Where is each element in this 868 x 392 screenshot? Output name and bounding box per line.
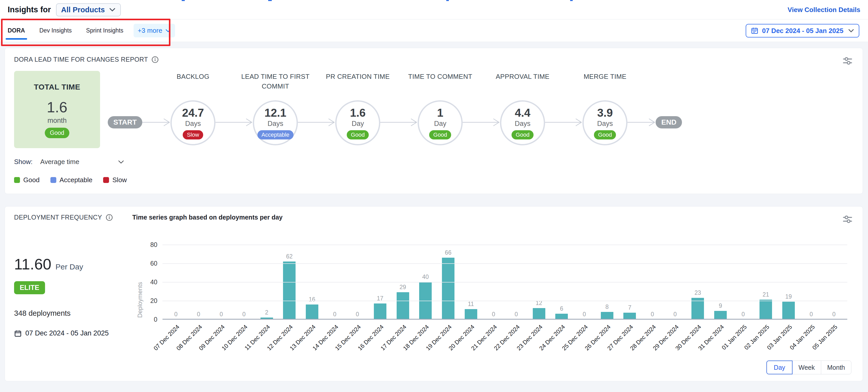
deployment-stats: 11.60 Per Day ELITE 348 deployments 07 D… <box>14 222 132 357</box>
flow-track: STARTBACKLOG24.7DaysSlowLEAD TIME TO FIR… <box>108 71 682 145</box>
tab-bar: DORADev InsightsSprint Insights +3 more … <box>0 19 868 42</box>
granularity-day-button[interactable]: Day <box>767 361 793 374</box>
chart-title: Time series graph based on deployments p… <box>132 214 282 221</box>
stage-merge-time: MERGE TIME3.9DaysGood <box>582 71 627 145</box>
stats-date-range: 07 Dec 2024 - 05 Jan 2025 <box>25 329 109 337</box>
info-icon[interactable] <box>152 56 159 63</box>
legend-label: Good <box>23 176 40 184</box>
bar[interactable] <box>465 309 477 319</box>
stage-node[interactable]: 4.4DaysGood <box>500 100 545 145</box>
chevron-down-icon[interactable] <box>118 160 124 164</box>
more-tabs-label: +3 more <box>138 27 162 34</box>
stage-status-badge: Good <box>512 130 533 140</box>
granularity-week-button[interactable]: Week <box>792 361 821 374</box>
tab-list: DORADev InsightsSprint Insights <box>8 20 123 42</box>
stage-title: PR CREATION TIME <box>313 72 403 82</box>
bar-column-26-dec-2024: 8 <box>596 303 619 319</box>
stage-node[interactable]: 1DayGood <box>417 100 463 145</box>
tab-dev-insights[interactable]: Dev Insights <box>39 20 72 42</box>
bar-value-label: 7 <box>628 304 631 311</box>
bar-value-label: 16 <box>309 296 315 303</box>
bar-column-05-jan-2025: 0 <box>823 311 845 319</box>
stage-unit: Day <box>351 120 364 128</box>
bar-column-25-dec-2024: 0 <box>573 311 596 319</box>
bar-column-29-dec-2024: 0 <box>664 311 687 319</box>
deployment-rate-value: 11.60 <box>14 255 52 273</box>
stage-status-badge: Good <box>347 130 369 140</box>
bar-value-label: 0 <box>742 311 745 318</box>
bar-column-22-dec-2024: 0 <box>505 311 528 319</box>
deployment-frequency-card: DEPLOYMENT FREQUENCY Time series graph b… <box>5 206 863 381</box>
chart-plot-area: Deployments 0000262160017294066110012608… <box>162 245 847 319</box>
stage-status-badge: Slow <box>183 130 203 140</box>
stage-node[interactable]: 12.1DaysAcceptable <box>253 100 298 145</box>
legend-item-acceptable: Acceptable <box>51 176 93 184</box>
view-collection-details-link[interactable]: View Collection Details <box>788 6 860 14</box>
chevron-down-icon <box>848 29 854 32</box>
flow-arrow <box>627 117 656 127</box>
stage-value: 1 <box>437 107 443 119</box>
bar-column-30-dec-2024: 23 <box>686 290 709 319</box>
legend-label: Slow <box>112 176 127 184</box>
total-time-label: TOTAL TIME <box>34 83 80 91</box>
bar-value-label: 0 <box>515 311 518 318</box>
bar[interactable] <box>442 258 455 319</box>
bar[interactable] <box>533 308 545 319</box>
bar[interactable] <box>555 314 568 319</box>
bar-value-label: 0 <box>356 311 359 318</box>
bar-column-18-dec-2024: 40 <box>414 274 437 319</box>
stage-title: TIME TO COMMENT <box>395 72 485 82</box>
x-tick-column: 05 Jan 2025 <box>823 319 845 357</box>
legend-item-slow: Slow <box>103 176 127 184</box>
bar[interactable] <box>397 292 409 319</box>
bar-column-07-dec-2024: 0 <box>164 311 187 319</box>
stage-lead-time-to-first-commit: LEAD TIME TO FIRST COMMIT12.1DaysAccepta… <box>253 71 298 145</box>
tab-sprint-insights[interactable]: Sprint Insights <box>86 20 123 42</box>
stage-node[interactable]: 3.9DaysGood <box>582 100 627 145</box>
tab-label: Sprint Insights <box>86 27 123 34</box>
stage-backlog: BACKLOG24.7DaysSlow <box>170 71 215 145</box>
stage-status-badge: Good <box>429 130 451 140</box>
product-selector-dropdown[interactable]: All Products <box>56 3 121 17</box>
bar[interactable] <box>714 311 727 319</box>
bar[interactable] <box>374 303 386 319</box>
bar[interactable] <box>601 312 613 319</box>
flow-arrow <box>142 117 170 127</box>
deployment-rate-unit: Per Day <box>56 263 83 271</box>
bar-value-label: 62 <box>286 253 293 260</box>
gridline-20 <box>162 301 847 301</box>
stage-node[interactable]: 24.7DaysSlow <box>170 100 215 145</box>
bar-value-label: 0 <box>492 311 495 318</box>
bar-value-label: 6 <box>560 305 563 312</box>
stage-value: 24.7 <box>182 107 204 119</box>
bar-value-label: 23 <box>694 290 701 296</box>
info-icon[interactable] <box>106 214 113 221</box>
bar-value-label: 40 <box>422 274 429 280</box>
bar-column-16-dec-2024: 17 <box>369 295 392 319</box>
granularity-month-button[interactable]: Month <box>821 361 851 374</box>
chart-settings-icon[interactable] <box>843 56 852 66</box>
stats-date-range-row: 07 Dec 2024 - 05 Jan 2025 <box>14 329 132 337</box>
more-tabs-button[interactable]: +3 more <box>133 24 175 37</box>
stage-unit: Days <box>185 120 201 128</box>
gridline-40 <box>162 282 847 282</box>
bar[interactable] <box>306 304 318 319</box>
show-selector-row: Show: Average time <box>14 158 854 166</box>
stage-unit: Days <box>515 120 530 128</box>
tab-dora[interactable]: DORA <box>8 20 25 42</box>
bar[interactable] <box>623 313 636 319</box>
show-selector-value[interactable]: Average time <box>40 158 79 166</box>
performance-tier-badge: ELITE <box>14 281 45 294</box>
bar[interactable] <box>782 302 795 319</box>
date-range-picker[interactable]: 07 Dec 2024 - 05 Jan 2025 <box>746 24 859 37</box>
flow-arrow <box>298 117 335 127</box>
stage-status-badge: Good <box>594 130 616 140</box>
bar-column-15-dec-2024: 0 <box>346 311 369 319</box>
bar-column-19-dec-2024: 66 <box>437 249 460 319</box>
bar-value-label: 0 <box>674 311 677 318</box>
stage-node[interactable]: 1.6DayGood <box>335 100 380 145</box>
stage-status-badge: Acceptable <box>257 130 293 140</box>
bar[interactable] <box>760 300 772 319</box>
bar[interactable] <box>283 262 296 319</box>
legend-item-good: Good <box>14 176 40 184</box>
